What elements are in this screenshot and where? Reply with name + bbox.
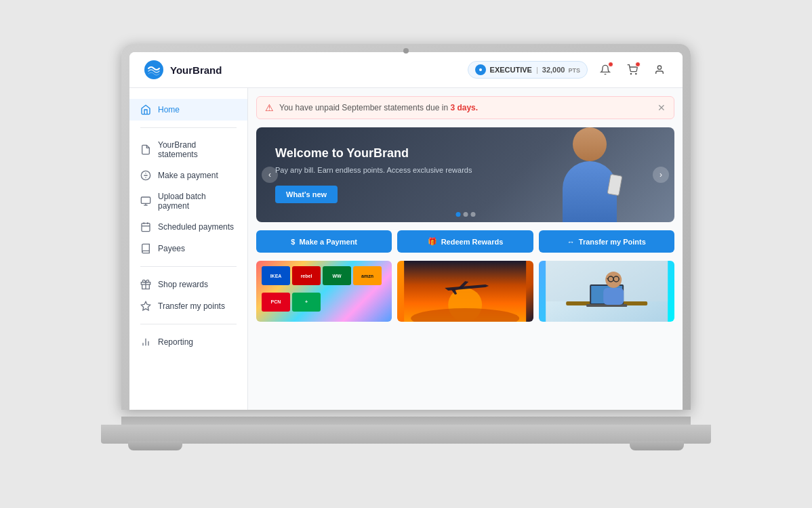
travel-image[interactable] <box>397 261 533 322</box>
notifications-button[interactable] <box>596 60 615 79</box>
tier-name-label: EXECUTIVE <box>490 66 532 74</box>
alert-close-button[interactable]: ✕ <box>657 102 666 113</box>
sidebar-item-payees[interactable]: Payees <box>129 238 247 259</box>
app-header: YourBrand EXECUTIVE | 32,000 <box>129 52 683 88</box>
app-body: Home YourBrand statements <box>129 88 683 410</box>
star-icon <box>140 301 151 312</box>
dollar-circle-icon <box>140 170 151 181</box>
tier-divider: | <box>536 66 538 74</box>
sidebar-label-batch: Upload batch payment <box>158 192 237 211</box>
sidebar-item-transfer-points[interactable]: Transfer my points <box>129 295 247 317</box>
sidebar-label-reporting: Reporting <box>158 337 193 347</box>
lifestyle-image[interactable] <box>539 261 674 322</box>
sidebar-label-home: Home <box>158 105 180 114</box>
tier-icon <box>475 64 486 75</box>
alert-banner: ⚠ You have unpaid September statements d… <box>256 96 674 119</box>
hero-dot-2[interactable] <box>463 212 468 217</box>
bar-chart-icon <box>140 337 151 347</box>
amazon-card: amzn <box>353 266 382 285</box>
alert-icon: ⚠ <box>265 102 274 113</box>
upload-icon <box>140 196 151 207</box>
sidebar-item-batch-payment[interactable]: Upload batch payment <box>129 186 247 216</box>
svg-point-2 <box>479 68 482 71</box>
sidebar-section-rewards: Shop rewards Transfer my points <box>129 274 247 317</box>
sidebar-divider-2 <box>140 266 237 267</box>
sidebar-label-make-payment: Make a payment <box>158 171 218 180</box>
sidebar-item-make-payment[interactable]: Make a payment <box>129 165 247 186</box>
svg-point-3 <box>630 73 631 74</box>
ikea-card: IKEA <box>262 266 290 285</box>
sidebar-divider-1 <box>140 127 237 128</box>
svg-point-0 <box>144 60 163 79</box>
svg-point-5 <box>657 66 661 69</box>
action-buttons-row: $ Make a Payment 🎁 Redeem Rewards ↔ Tran… <box>256 230 674 253</box>
gift-card-stack: IKEA rebel WW amzn PCN + <box>256 261 392 322</box>
lifestyle-svg <box>539 261 674 322</box>
hero-dot-1[interactable] <box>455 212 460 217</box>
laptop-screen: YourBrand EXECUTIVE | 32,000 <box>121 44 691 410</box>
cart-button[interactable] <box>623 60 642 79</box>
logo-area: YourBrand <box>143 59 222 81</box>
sidebar: Home YourBrand statements <box>129 88 248 410</box>
calendar-icon <box>140 221 151 232</box>
sidebar-label-payees: Payees <box>158 244 185 253</box>
book-icon <box>140 243 151 254</box>
main-content: ⚠ You have unpaid September statements d… <box>248 88 683 410</box>
airplane-svg <box>397 261 533 322</box>
notification-badge <box>608 62 613 67</box>
gift-icon <box>140 279 151 290</box>
home-icon <box>140 104 151 115</box>
yourbrand-logo-icon <box>143 59 165 81</box>
header-right: EXECUTIVE | 32,000 PTS <box>468 60 669 79</box>
svg-point-4 <box>636 73 636 74</box>
file-icon <box>140 144 151 155</box>
laptop-camera <box>403 48 409 54</box>
sidebar-label-shop-rewards: Shop rewards <box>158 280 208 289</box>
sidebar-item-shop-rewards[interactable]: Shop rewards <box>129 274 247 295</box>
hero-banner: ‹ Welcome to YourBrand Pay any bill. Ear… <box>256 127 674 222</box>
transfer-action-icon: ↔ <box>567 238 575 246</box>
sidebar-section-reporting: Reporting <box>129 331 247 353</box>
sidebar-item-reporting[interactable]: Reporting <box>129 331 247 353</box>
sidebar-label-scheduled: Scheduled payments <box>158 222 234 232</box>
dollar-icon: $ <box>291 238 295 246</box>
sidebar-item-scheduled[interactable]: Scheduled payments <box>129 216 247 238</box>
svg-rect-30 <box>603 288 624 305</box>
user-icon <box>654 64 665 75</box>
cart-badge <box>635 62 641 67</box>
gift-cards-image[interactable]: IKEA rebel WW amzn PCN + <box>256 261 392 322</box>
rebel-card: rebel <box>292 266 321 285</box>
gift-action-icon: 🎁 <box>428 237 437 246</box>
sidebar-label-transfer-points: Transfer my points <box>158 301 225 311</box>
hero-next-button[interactable]: › <box>653 167 669 183</box>
laptop-foot-left <box>128 441 182 450</box>
hero-dot-3[interactable] <box>470 212 475 217</box>
make-payment-button[interactable]: $ Make a Payment <box>256 230 392 253</box>
svg-rect-7 <box>141 197 150 203</box>
alert-message: You have unpaid September statements due… <box>279 103 478 112</box>
sidebar-item-home[interactable]: Home <box>129 99 247 121</box>
profile-button[interactable] <box>650 60 669 79</box>
sidebar-section-payments: YourBrand statements Make a payment <box>129 135 247 259</box>
tier-badge[interactable]: EXECUTIVE | 32,000 PTS <box>468 61 588 79</box>
svg-marker-16 <box>141 301 150 310</box>
priceline-card: PCN <box>262 293 290 312</box>
tier-points-value: 32,000 PTS <box>542 66 580 74</box>
sidebar-item-statements[interactable]: YourBrand statements <box>129 135 247 165</box>
hero-cta-button[interactable]: What's new <box>275 186 338 203</box>
redeem-rewards-button[interactable]: 🎁 Redeem Rewards <box>397 230 533 253</box>
transfer-points-button[interactable]: ↔ Transfer my Points <box>539 230 674 253</box>
executive-icon <box>477 66 484 73</box>
sidebar-section-main: Home <box>129 99 247 121</box>
laptop-base <box>101 425 711 444</box>
sidebar-label-statements: YourBrand statements <box>158 140 237 159</box>
laptop-shell: YourBrand EXECUTIVE | 32,000 <box>101 44 711 464</box>
image-grid: IKEA rebel WW amzn PCN + <box>256 261 674 322</box>
alert-highlight: 3 days. <box>450 103 478 112</box>
sidebar-divider-3 <box>140 324 237 324</box>
extra-card: + <box>292 293 321 312</box>
svg-rect-10 <box>142 224 150 232</box>
app-window: YourBrand EXECUTIVE | 32,000 <box>129 52 683 410</box>
hero-dots <box>455 212 475 217</box>
brand-name: YourBrand <box>170 64 222 76</box>
